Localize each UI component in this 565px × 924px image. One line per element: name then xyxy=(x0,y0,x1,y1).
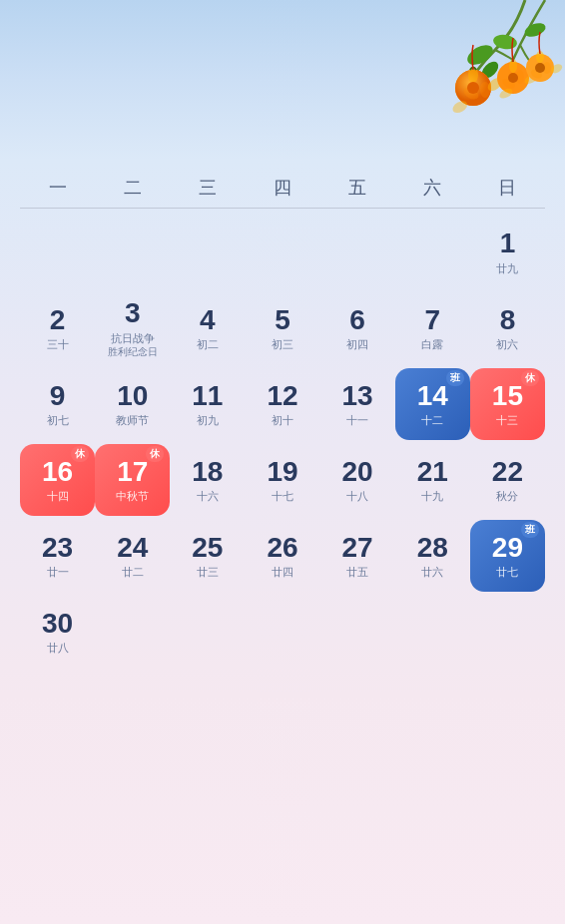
day-lunar: 廿一 xyxy=(47,565,69,579)
day-festival: 胜利纪念日 xyxy=(108,346,158,358)
day-lunar: 十八 xyxy=(346,489,368,503)
day-lunar: 十九 xyxy=(421,489,443,503)
day-1[interactable]: 1廿九 xyxy=(470,217,545,288)
day-19[interactable]: 19十七 xyxy=(245,444,319,516)
day-21[interactable]: 21十九 xyxy=(395,444,470,516)
day-lunar: 初三 xyxy=(272,337,293,351)
day-9[interactable]: 9初七 xyxy=(20,368,95,440)
day-number: 30 xyxy=(42,609,73,640)
day-8[interactable]: 8初六 xyxy=(470,292,545,364)
day-lunar: 十六 xyxy=(197,489,219,503)
day-lunar: 教师节 xyxy=(116,413,149,427)
day-badge: 休 xyxy=(146,446,164,462)
day-number: 15 xyxy=(492,381,523,412)
day-12[interactable]: 12初十 xyxy=(245,368,319,440)
day-empty xyxy=(320,596,395,668)
day-number: 12 xyxy=(267,381,297,412)
day-22[interactable]: 22秋分 xyxy=(470,444,545,516)
day-number: 29 xyxy=(492,533,523,564)
day-13[interactable]: 13十一 xyxy=(320,368,395,440)
svg-point-11 xyxy=(467,82,479,94)
day-empty xyxy=(245,217,319,288)
svg-point-9 xyxy=(480,82,490,98)
day-25[interactable]: 25廿三 xyxy=(170,520,245,592)
day-number: 26 xyxy=(267,533,297,564)
day-24[interactable]: 24廿二 xyxy=(95,520,170,592)
day-2[interactable]: 2三十 xyxy=(20,292,95,364)
svg-point-26 xyxy=(535,63,545,73)
day-7[interactable]: 7白露 xyxy=(395,292,470,364)
day-10[interactable]: 10教师节 xyxy=(95,368,170,440)
day-lunar: 白露 xyxy=(421,337,443,351)
day-14[interactable]: 班14十二 xyxy=(395,368,470,440)
day-5[interactable]: 5初三 xyxy=(245,292,319,364)
day-number: 14 xyxy=(417,381,448,412)
day-empty xyxy=(20,217,95,288)
day-empty xyxy=(95,217,170,288)
day-lunar: 初十 xyxy=(272,413,293,427)
day-lunar: 初六 xyxy=(496,337,518,351)
day-number: 11 xyxy=(192,381,223,412)
day-number: 1 xyxy=(500,229,516,259)
day-lunar: 廿八 xyxy=(47,641,69,655)
day-lunar: 抗日战争 xyxy=(111,331,155,345)
day-number: 9 xyxy=(50,381,66,412)
day-4[interactable]: 4初二 xyxy=(170,292,245,364)
day-6[interactable]: 6初四 xyxy=(320,292,395,364)
weekday-cell: 日 xyxy=(470,176,545,200)
day-number: 23 xyxy=(42,533,73,564)
day-number: 13 xyxy=(342,381,373,412)
day-18[interactable]: 18十六 xyxy=(170,444,245,516)
day-lunar: 三十 xyxy=(47,337,69,351)
day-empty xyxy=(245,596,319,668)
day-empty xyxy=(170,217,245,288)
day-lunar: 十一 xyxy=(346,413,368,427)
day-number: 5 xyxy=(275,305,290,336)
day-number: 17 xyxy=(117,457,148,488)
day-26[interactable]: 26廿四 xyxy=(245,520,319,592)
day-27[interactable]: 27廿五 xyxy=(320,520,395,592)
day-30[interactable]: 30廿八 xyxy=(20,596,95,668)
day-lunar: 初四 xyxy=(346,337,368,351)
day-29[interactable]: 班29廿七 xyxy=(470,520,545,592)
day-20[interactable]: 20十八 xyxy=(320,444,395,516)
day-number: 21 xyxy=(417,457,448,488)
day-number: 16 xyxy=(42,457,73,488)
weekday-cell: 五 xyxy=(320,176,395,200)
day-empty xyxy=(395,596,470,668)
day-16[interactable]: 休16十四 xyxy=(20,444,95,516)
day-lunar: 中秋节 xyxy=(116,489,149,503)
flower-decoration xyxy=(365,0,565,160)
day-lunar: 廿七 xyxy=(496,565,518,579)
day-empty xyxy=(320,217,395,288)
day-number: 20 xyxy=(342,457,373,488)
calendar-header xyxy=(0,0,565,160)
day-11[interactable]: 11初九 xyxy=(170,368,245,440)
day-number: 18 xyxy=(192,457,223,488)
day-lunar: 十二 xyxy=(421,413,443,427)
day-lunar: 廿五 xyxy=(346,565,368,579)
day-23[interactable]: 23廿一 xyxy=(20,520,95,592)
day-number: 28 xyxy=(417,533,448,564)
day-lunar: 十三 xyxy=(496,413,518,427)
day-lunar: 初二 xyxy=(197,337,219,351)
weekday-cell: 六 xyxy=(395,176,470,200)
day-number: 8 xyxy=(500,305,516,336)
day-3[interactable]: 3抗日战争胜利纪念日 xyxy=(95,292,170,364)
day-empty xyxy=(395,217,470,288)
day-lunar: 廿三 xyxy=(197,565,219,579)
day-15[interactable]: 休15十三 xyxy=(470,368,545,440)
month-label xyxy=(32,18,36,30)
weekday-header: 一二三四五六日 xyxy=(20,160,545,209)
day-28[interactable]: 28廿六 xyxy=(395,520,470,592)
day-lunar: 廿四 xyxy=(272,565,293,579)
day-badge: 班 xyxy=(446,370,464,386)
day-number: 22 xyxy=(492,457,523,488)
calendar-wrapper: 一二三四五六日 1廿九2三十3抗日战争胜利纪念日4初二5初三6初四7白露8初六9… xyxy=(0,0,565,924)
day-lunar: 初九 xyxy=(197,413,219,427)
day-lunar: 十七 xyxy=(272,489,293,503)
day-17[interactable]: 休17中秋节 xyxy=(95,444,170,516)
day-lunar: 廿九 xyxy=(496,261,518,275)
day-number: 27 xyxy=(342,533,373,564)
svg-point-2 xyxy=(523,21,548,40)
